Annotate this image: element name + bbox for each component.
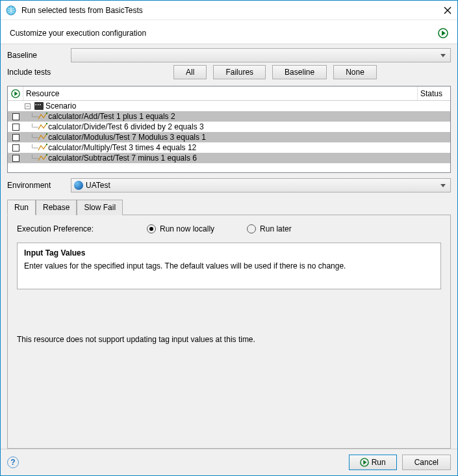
tab-slow-fail[interactable]: Slow Fail — [77, 200, 123, 215]
radio-run-later[interactable]: Run later — [247, 224, 292, 233]
test-icon — [38, 154, 48, 162]
test-icon — [38, 144, 48, 152]
scenario-icon — [34, 102, 44, 110]
test-checkbox[interactable] — [12, 134, 19, 141]
close-icon[interactable] — [443, 6, 452, 15]
filter-baseline-button[interactable]: Baseline — [272, 65, 327, 79]
globe-icon — [74, 181, 83, 190]
baseline-select[interactable] — [71, 48, 451, 62]
radio-run-locally[interactable]: Run now locally — [147, 224, 214, 233]
unsupported-notice: This resource does not support updating … — [17, 335, 441, 344]
test-label: calculator/Modulus/Test 7 Modulus 3 equa… — [48, 133, 206, 142]
tree-header-run-icon[interactable] — [8, 86, 23, 100]
titlebar: Run selected tests from BasicTests — [1, 1, 457, 20]
test-checkbox[interactable] — [12, 124, 19, 131]
cancel-button-label: Cancel — [414, 458, 439, 467]
run-header-icon — [438, 28, 448, 38]
tree-scenario-row[interactable]: − Scenario — [8, 101, 450, 111]
scenario-label: Scenario — [45, 101, 76, 111]
test-label: calculator/Subtract/Test 7 minus 1 equal… — [48, 153, 197, 163]
environment-label: Environment — [7, 181, 71, 190]
tree-test-row[interactable]: └─ calculator/Modulus/Test 7 Modulus 3 e… — [8, 132, 450, 142]
tree-test-row[interactable]: └─ calculator/Add/Test 1 plus 1 equals 2 — [8, 111, 450, 122]
cancel-button[interactable]: Cancel — [402, 455, 451, 470]
run-tests-dialog: Run selected tests from BasicTests Custo… — [0, 0, 458, 476]
test-label: calculator/Add/Test 1 plus 1 equals 2 — [48, 112, 175, 121]
test-checkbox[interactable] — [12, 113, 19, 120]
tree-test-row[interactable]: └─ calculator/Divide/Test 6 divided by 2… — [8, 122, 450, 132]
filter-failures-button[interactable]: Failures — [213, 65, 266, 79]
tree-collapse-icon[interactable]: − — [25, 103, 31, 109]
dialog-title: Run selected tests from BasicTests — [21, 6, 443, 15]
radio-run-later-label: Run later — [260, 224, 292, 233]
help-icon[interactable]: ? — [7, 456, 19, 468]
header-message: Customize your execution configuration — [10, 29, 146, 38]
filter-none-button[interactable]: None — [333, 65, 377, 79]
input-tag-desc: Enter values for the specified input tag… — [24, 261, 434, 271]
input-tag-values-box: Input Tag Values Enter values for the sp… — [17, 243, 441, 289]
input-tag-title: Input Tag Values — [24, 248, 434, 258]
filter-all-button[interactable]: All — [173, 65, 207, 79]
dialog-footer: ? Run Cancel — [1, 449, 457, 475]
tab-content-run: Execution Preference: Run now locally Ru… — [7, 215, 451, 449]
tree-header-resource[interactable]: Resource — [23, 86, 418, 100]
exec-pref-label: Execution Preference: — [17, 224, 114, 233]
tab-rebase[interactable]: Rebase — [36, 200, 77, 215]
test-label: calculator/Multiply/Test 3 times 4 equal… — [48, 143, 196, 152]
test-checkbox[interactable] — [12, 155, 19, 162]
tree-test-row[interactable]: └─ calculator/Subtract/Test 7 minus 1 eq… — [8, 153, 450, 163]
radio-bullet-icon — [247, 224, 256, 233]
app-icon — [6, 5, 16, 16]
test-label: calculator/Divide/Test 6 divided by 2 eq… — [48, 122, 203, 131]
tree-header-status[interactable]: Status — [418, 86, 450, 100]
tree-test-row[interactable]: └─ calculator/Multiply/Test 3 times 4 eq… — [8, 142, 450, 153]
test-checkbox[interactable] — [12, 144, 19, 152]
run-button-label: Run — [372, 458, 386, 467]
tabs: Run Rebase Slow Fail — [7, 199, 451, 215]
form-area: Baseline Include tests All Failures Base… — [1, 44, 457, 86]
run-button[interactable]: Run — [349, 455, 397, 470]
radio-bullet-icon — [147, 224, 156, 233]
tab-run[interactable]: Run — [7, 200, 36, 215]
header-section: Customize your execution configuration — [1, 20, 457, 44]
tests-tree: Resource Status − Scenario └─ calculator… — [7, 86, 451, 173]
baseline-label: Baseline — [7, 51, 71, 60]
include-tests-label: Include tests — [7, 68, 63, 77]
test-icon — [38, 133, 48, 141]
test-icon — [38, 112, 48, 120]
radio-run-locally-label: Run now locally — [160, 224, 214, 233]
environment-value: UATest — [86, 181, 110, 190]
test-icon — [38, 123, 48, 131]
environment-select[interactable]: UATest — [71, 178, 451, 192]
